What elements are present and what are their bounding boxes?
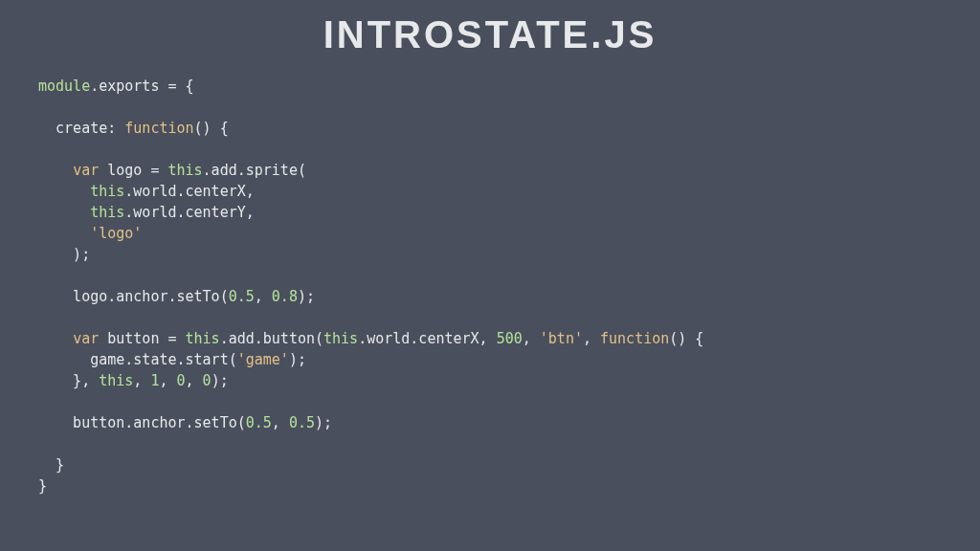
code-token: this <box>167 162 202 179</box>
code-token: .add.button( <box>220 330 323 347</box>
slide-title: INTROSTATE.JS <box>0 13 980 56</box>
code-token: () { <box>194 120 229 137</box>
code-token: . <box>90 77 99 95</box>
code-token: .world.centerX, <box>124 183 254 200</box>
code-token: 0.5 <box>229 288 255 305</box>
code-token: logo.anchor.setTo( <box>38 288 229 305</box>
code-token: logo <box>107 162 142 179</box>
code-token: 0.8 <box>272 288 298 305</box>
code-token <box>38 120 56 137</box>
code-token: () { <box>669 330 703 347</box>
slide: INTROSTATE.JS module.exports = { create:… <box>0 0 980 551</box>
code-token: ); <box>315 414 332 431</box>
code-token: 0 <box>177 372 186 389</box>
code-token: this <box>90 204 124 221</box>
code-token: game.state.start( <box>38 351 237 368</box>
code-token: , <box>255 288 272 305</box>
code-token: = <box>142 162 167 179</box>
code-token: ); <box>212 372 229 389</box>
code-token: = { <box>159 77 193 95</box>
code-token: .add.sprite( <box>203 162 306 179</box>
code-token: .world.centerX, <box>358 330 497 347</box>
code-token: exports <box>99 77 159 95</box>
code-token: : <box>107 120 124 137</box>
code-token: this <box>99 372 133 389</box>
code-token <box>38 330 73 347</box>
code-token <box>38 183 90 200</box>
code-token: 'game' <box>237 351 289 368</box>
code-token: 0.5 <box>246 414 272 431</box>
code-token: this <box>186 330 220 347</box>
code-token: create <box>56 120 107 137</box>
code-token: ); <box>289 351 306 368</box>
code-token: var <box>73 162 99 179</box>
code-token <box>38 204 90 221</box>
code-token: var <box>73 330 99 347</box>
code-token: } <box>38 477 47 495</box>
code-token <box>99 162 107 179</box>
code-token: function <box>600 330 669 347</box>
code-block: module.exports = { create: function() { … <box>38 76 942 496</box>
code-token: , <box>133 372 150 389</box>
code-token: this <box>90 183 124 200</box>
code-token: function <box>124 120 193 137</box>
code-token: button <box>107 330 159 347</box>
code-token: 'logo' <box>90 225 142 242</box>
code-token: , <box>583 330 600 347</box>
code-token: ); <box>38 246 90 263</box>
code-token: , <box>272 414 289 431</box>
code-token <box>99 330 107 347</box>
code-token <box>38 225 90 242</box>
code-token: module <box>38 77 90 95</box>
code-token <box>38 162 73 179</box>
code-token: .world.centerY, <box>124 204 254 221</box>
code-token: this <box>323 330 358 347</box>
code-token: = <box>159 330 185 347</box>
code-token: 0.5 <box>289 414 315 431</box>
code-token: , <box>159 372 176 389</box>
code-token: button.anchor.setTo( <box>38 414 246 431</box>
code-token: } <box>38 456 64 474</box>
code-token: , <box>186 372 203 389</box>
code-token: }, <box>38 372 99 389</box>
code-token: 0 <box>203 372 212 389</box>
code-token: 500 <box>497 330 523 347</box>
code-token: , <box>523 330 540 347</box>
code-token: ); <box>298 288 315 305</box>
code-token: 'btn' <box>540 330 583 347</box>
